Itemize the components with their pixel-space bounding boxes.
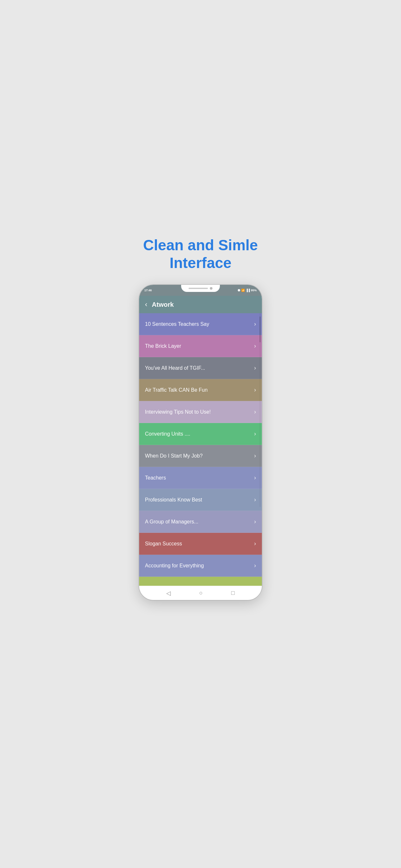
signal-icon: ▐▐ — [246, 289, 250, 292]
app-header: ‹ Atwork — [139, 296, 262, 313]
list-item-label: Teachers — [145, 475, 166, 481]
list-item-label: 10 Sentences Teachers Say — [145, 321, 209, 327]
list-item[interactable]: When Do I Start My Job?› — [139, 445, 262, 467]
list-item-label: Air Traffic Talk CAN Be Fun — [145, 387, 208, 393]
list-item-label: Accounting for Everything — [145, 563, 204, 569]
notch — [181, 285, 220, 292]
list-item-label: Converting Units .... — [145, 431, 190, 437]
bottom-nav: ◁ ○ □ — [139, 586, 262, 600]
list-item-label: You've All Heard of TGIF... — [145, 365, 205, 371]
chevron-right-icon: › — [254, 408, 256, 415]
nav-home-button[interactable]: ○ — [199, 590, 203, 596]
content-list: 10 Sentences Teachers Say›The Brick Laye… — [139, 313, 262, 586]
list-item[interactable]: Air Traffic Talk CAN Be Fun› — [139, 379, 262, 401]
headline-section: Clean and Simle Interface — [143, 237, 258, 272]
list-item-label: Professionals Know Best — [145, 497, 202, 503]
nav-recent-button[interactable]: □ — [231, 590, 235, 596]
chevron-right-icon: › — [254, 562, 256, 569]
chevron-right-icon: › — [254, 518, 256, 525]
back-button[interactable]: ‹ — [145, 300, 147, 309]
chevron-right-icon: › — [254, 365, 256, 371]
list-item[interactable]: You've All Heard of TGIF...› — [139, 357, 262, 379]
battery-text: 95% — [251, 289, 257, 292]
list-item-label: The Brick Layer — [145, 343, 181, 349]
list-item[interactable]: Interviewing Tips Not to Use!› — [139, 401, 262, 423]
wifi-icon: 📶 — [241, 289, 245, 292]
list-item[interactable]: The Brick Layer› — [139, 335, 262, 357]
headline-title: Clean and Simle Interface — [143, 237, 258, 272]
list-item-label: When Do I Start My Job? — [145, 453, 203, 459]
scrollbar-track — [259, 313, 260, 507]
notch-camera — [210, 287, 212, 290]
list-item[interactable]: Converting Units ....› — [139, 423, 262, 445]
list-item[interactable]: Accounting for Everything› — [139, 555, 262, 577]
app-title-label: Atwork — [152, 301, 174, 308]
list-item-label: Slogan Success — [145, 541, 182, 547]
chevron-right-icon: › — [254, 453, 256, 459]
status-bar: 17:46 ⬢ 📶 ▐▐ 95% — [139, 285, 262, 296]
status-icons: ⬢ 📶 ▐▐ 95% — [238, 289, 257, 292]
chevron-right-icon: › — [254, 496, 256, 503]
list-item[interactable] — [139, 577, 262, 586]
bluetooth-icon: ⬢ — [238, 289, 240, 292]
chevron-right-icon: › — [254, 540, 256, 547]
chevron-right-icon: › — [254, 343, 256, 349]
page-wrapper: Clean and Simle Interface 17:46 ⬢ 📶 ▐▐ 9… — [100, 217, 301, 651]
phone-mockup: 17:46 ⬢ 📶 ▐▐ 95% ‹ Atwork 10 Sentences T… — [139, 285, 262, 600]
chevron-right-icon: › — [254, 430, 256, 437]
list-item-label: Interviewing Tips Not to Use! — [145, 409, 211, 415]
list-item[interactable]: A Group of Managers...› — [139, 511, 262, 533]
list-item[interactable]: Teachers› — [139, 467, 262, 489]
list-item[interactable]: Slogan Success› — [139, 533, 262, 555]
list-item[interactable]: 10 Sentences Teachers Say› — [139, 313, 262, 335]
scrollbar-thumb[interactable] — [259, 316, 260, 342]
chevron-right-icon: › — [254, 321, 256, 328]
status-time: 17:46 — [144, 289, 152, 292]
list-item[interactable]: Professionals Know Best› — [139, 489, 262, 511]
nav-back-button[interactable]: ◁ — [166, 590, 171, 597]
chevron-right-icon: › — [254, 386, 256, 393]
chevron-right-icon: › — [254, 474, 256, 481]
list-item-label: A Group of Managers... — [145, 519, 198, 525]
notch-bar — [189, 288, 208, 289]
